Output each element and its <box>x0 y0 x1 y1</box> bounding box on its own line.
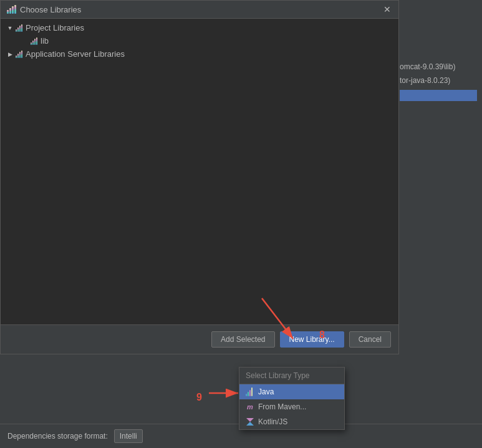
java-icon <box>246 387 254 396</box>
project-libraries-label: Project Libraries <box>26 23 84 32</box>
close-button[interactable]: ✕ <box>382 4 392 14</box>
cancel-button[interactable]: Cancel <box>349 331 391 348</box>
dropdown-header: Select Library Type <box>239 368 344 384</box>
annotation-9: 9 <box>196 392 202 403</box>
dep-storage-button[interactable]: Intelli <box>114 429 143 443</box>
tree-item-lib[interactable]: lib <box>1 34 398 47</box>
app-server-libraries-label: Application Server Libraries <box>26 49 125 59</box>
red-arrow-9 <box>206 384 243 402</box>
dep-storage-label: Dependencies storage format: <box>7 432 108 441</box>
app-server-libraries-icon <box>16 51 22 58</box>
project-libraries-icon <box>16 24 22 32</box>
expand-arrow-project[interactable]: ▼ <box>6 24 14 32</box>
choose-libraries-dialog: Choose Libraries ✕ ▼ Project Libraries l… <box>0 0 399 354</box>
lib-label: lib <box>41 36 49 46</box>
dropdown-menu: Select Library Type Java m From Maven...… <box>239 367 345 430</box>
library-icon <box>7 5 16 14</box>
bg-text-1: omcat-9.0.39\lib) <box>400 62 477 71</box>
from-maven-label: From Maven... <box>258 402 306 411</box>
dropdown-item-kotlin-js[interactable]: Kotlin/JS <box>239 414 344 429</box>
expand-arrow-app-server[interactable]: ▶ <box>6 50 14 59</box>
java-label: Java <box>258 387 274 396</box>
kotlin-js-label: Kotlin/JS <box>258 417 287 426</box>
maven-icon: m <box>246 402 254 411</box>
background-panel: omcat-9.0.39\lib) tor-java-8.0.23) <box>395 0 482 448</box>
library-tree[interactable]: ▼ Project Libraries lib ▶ Application Se… <box>1 19 398 324</box>
dropdown-item-from-maven[interactable]: m From Maven... <box>239 399 344 414</box>
dialog-title: Choose Libraries <box>20 5 81 14</box>
new-library-button[interactable]: New Library... <box>280 331 344 348</box>
title-bar-left: Choose Libraries <box>7 5 81 14</box>
bg-text-2: tor-java-8.0.23) <box>400 76 477 85</box>
tree-item-app-server-libraries[interactable]: ▶ Application Server Libraries <box>1 47 398 61</box>
expand-arrow-lib <box>21 37 29 46</box>
bg-highlight <box>400 90 477 101</box>
kotlin-icon <box>246 417 254 426</box>
title-bar: Choose Libraries ✕ <box>1 1 398 19</box>
lib-icon <box>31 37 37 45</box>
svg-marker-2 <box>246 418 254 422</box>
dropdown-item-java[interactable]: Java <box>239 384 344 399</box>
tree-item-project-libraries[interactable]: ▼ Project Libraries <box>1 21 398 34</box>
svg-marker-3 <box>246 422 254 426</box>
add-selected-button[interactable]: Add Selected <box>211 331 274 348</box>
dialog-buttons: Add Selected New Library... Cancel <box>1 324 398 354</box>
